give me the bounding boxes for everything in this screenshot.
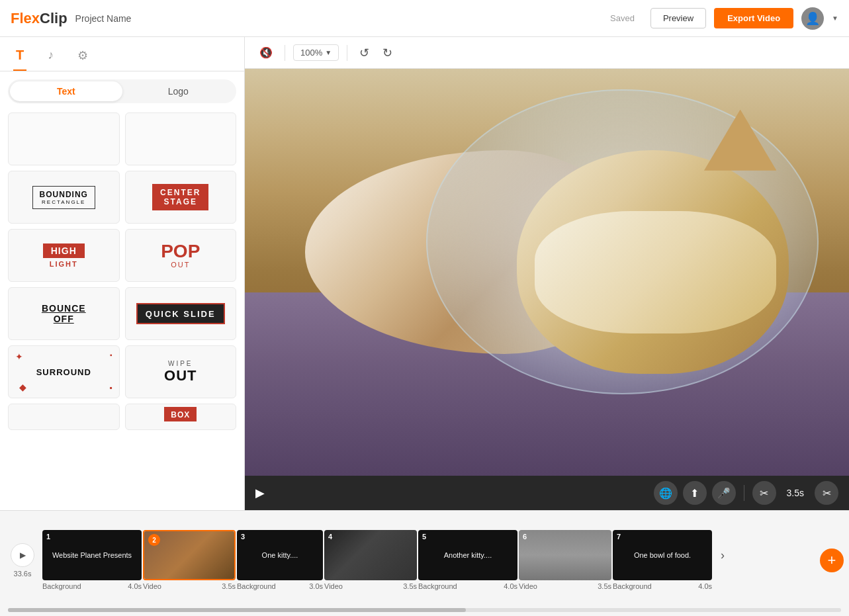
bounce-off-line2: OFF [42, 314, 86, 324]
split-button[interactable]: ✂ [815, 481, 838, 505]
upload-button[interactable]: ⬆ [683, 481, 707, 505]
surround-br-icon: ▪ [109, 383, 112, 392]
partial2-preview: BOX [164, 407, 197, 421]
style-card-blank2[interactable] [125, 112, 237, 165]
surround-bl-icon: ◆ [19, 382, 26, 392]
clip-item-7[interactable]: 7 One bowl of food. Background 4.0s [613, 530, 712, 590]
tab-text[interactable]: T [13, 42, 26, 71]
globe-button[interactable]: 🌐 [654, 481, 678, 505]
cat-video-frame [245, 69, 849, 476]
tab-settings[interactable]: ⚙ [75, 43, 91, 71]
clip-item-5[interactable]: 5 Another kitty.... Background 4.0s [418, 530, 517, 590]
clip-dur-4: 3.5s [403, 582, 417, 590]
style-card-pop-out[interactable]: POP OUT [125, 229, 237, 282]
mic-button[interactable]: 🎤 [712, 481, 736, 505]
timestamp: 3.5s [787, 488, 804, 498]
clip-label-5: Background 4.0s [418, 580, 517, 590]
logo-clip: Clip [40, 10, 67, 27]
undo-button[interactable]: ↺ [355, 43, 373, 63]
avatar[interactable]: 👤 [801, 7, 824, 30]
clip-text-7: One bowl of food. [631, 546, 693, 564]
cut-icon: ✂ [760, 487, 768, 500]
pop-out-preview: POP OUT [161, 242, 200, 269]
timeline-scrollbar-thumb [8, 608, 466, 612]
clip-item-2[interactable]: 2 Video 3.5s [143, 530, 236, 590]
highlight-line2: LIGHT [43, 260, 85, 268]
clip-label-6: Video 3.5s [519, 580, 611, 590]
logo[interactable]: FlexClip [11, 10, 67, 27]
toggle-row: Text Logo [8, 79, 236, 103]
style-card-highlight[interactable]: HIGH LIGHT [8, 229, 120, 282]
pop-out-line1: POP [161, 242, 200, 261]
timeline-next-button[interactable]: › [713, 530, 732, 580]
clip-thumb-3: 3 One kitty.... [237, 530, 323, 580]
timeline-left: ▶ 33.6s [5, 543, 40, 578]
timeline: ▶ 33.6s 1 Website Planet Presents Backgr… [0, 510, 849, 616]
clip-dur-3: 3.0s [309, 582, 323, 590]
surround-tr-icon: ▪ [110, 351, 112, 359]
project-name[interactable]: Project Name [75, 13, 132, 24]
clip-track: 1 Website Planet Presents Background 4.0… [42, 530, 812, 590]
surround-label: SURROUND [36, 367, 91, 377]
wipe-out-line1: WIPE [164, 360, 197, 367]
style-card-bounce-off[interactable]: BOUNCE OFF [8, 287, 120, 340]
panel-tabs: T ♪ ⚙ [0, 37, 244, 71]
style-card-partial1[interactable] [8, 404, 120, 430]
clip-thumb-2: 2 [143, 530, 236, 580]
video-toolbar: 🔇 100% ▼ ↺ ↻ [245, 37, 849, 69]
toggle-text-button[interactable]: Text [10, 81, 122, 101]
add-clip-button[interactable]: + [820, 549, 844, 572]
style-card-quick-slide[interactable]: QUICK SLIDE [125, 287, 237, 340]
clip-thumb-4: 4 [324, 530, 417, 580]
play-icon: ▶ [255, 486, 265, 500]
header-right: Saved Preview Export Video 👤 ▼ [602, 7, 838, 30]
export-video-button[interactable]: Export Video [714, 8, 793, 28]
mute-button[interactable]: 🔇 [255, 44, 277, 62]
style-card-center-stage[interactable]: CENTER STAGE [125, 171, 237, 224]
saved-button: Saved [602, 9, 643, 27]
clip-item-3[interactable]: 3 One kitty.... Background 3.0s [237, 530, 323, 590]
toggle-logo-button[interactable]: Logo [122, 81, 235, 101]
clip-type-1: Background [42, 582, 81, 590]
clip-label-3: Background 3.0s [237, 580, 323, 590]
style-card-blank1[interactable] [8, 112, 120, 165]
right-area: 🔇 100% ▼ ↺ ↻ [245, 37, 849, 510]
wipe-out-preview: WIPE OUT [164, 360, 197, 384]
center-stage-preview: CENTER STAGE [152, 184, 208, 210]
add-icon: + [828, 552, 836, 569]
style-card-partial2[interactable]: BOX [125, 404, 237, 430]
clip-type-4: Video [324, 582, 343, 590]
header: FlexClip Project Name Saved Preview Expo… [0, 0, 849, 37]
center-stage-line1: CENTER [160, 188, 201, 197]
preview-button[interactable]: Preview [650, 8, 706, 28]
clip-number-7: 7 [617, 533, 621, 541]
clip-thumb-7: 7 One bowl of food. [613, 530, 712, 580]
style-card-bounding-rect[interactable]: BOUNDING RECTANGLE [8, 171, 120, 224]
split-icon: ✂ [823, 487, 831, 500]
clip-item-6[interactable]: 6 Video 3.5s [519, 530, 611, 590]
clip-type-5: Background [418, 582, 457, 590]
timeline-play-button[interactable]: ▶ [11, 543, 34, 567]
tab-music[interactable]: ♪ [45, 43, 56, 70]
panel-content: Text Logo BOUNDING RECTANGLE [0, 71, 244, 510]
clip-dur-7: 4.0s [698, 582, 712, 590]
cut-button[interactable]: ✂ [752, 481, 776, 505]
clip-label-7: Background 4.0s [613, 580, 712, 590]
mute-icon: 🔇 [259, 47, 273, 58]
controls-separator [744, 485, 744, 501]
clip-number-4: 4 [328, 533, 332, 541]
wipe-out-line2: OUT [164, 367, 197, 384]
chevron-down-icon[interactable]: ▼ [832, 15, 838, 22]
clip-text-1: Website Planet Presents [50, 546, 134, 564]
clip-type-7: Background [613, 582, 652, 590]
zoom-select[interactable]: 100% ▼ [293, 44, 339, 61]
style-card-surround[interactable]: ✦ ▪ SURROUND ◆ ▪ [8, 345, 120, 398]
clip-item-1[interactable]: 1 Website Planet Presents Background 4.0… [42, 530, 142, 590]
redo-button[interactable]: ↻ [379, 43, 396, 63]
timeline-scrollbar[interactable] [8, 608, 841, 612]
clip-thumb-5: 5 Another kitty.... [418, 530, 517, 580]
clip-number-6: 6 [523, 533, 527, 541]
clip-item-4[interactable]: 4 Video 3.5s [324, 530, 417, 590]
play-button[interactable]: ▶ [255, 486, 265, 500]
style-card-wipe-out[interactable]: WIPE OUT [125, 345, 237, 398]
